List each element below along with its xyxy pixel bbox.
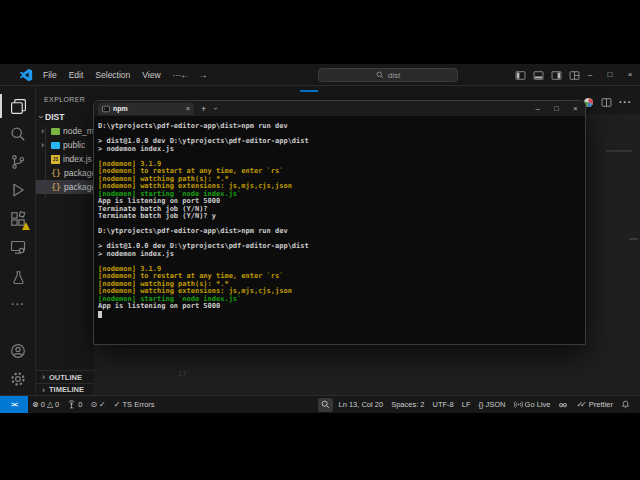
tree-item-package-lock.json[interactable]: {}package-lock.json <box>36 166 94 180</box>
close-button[interactable]: × <box>620 64 640 86</box>
tab-dropdown-icon[interactable]: › <box>211 107 220 110</box>
remote-icon: >< <box>11 401 17 408</box>
maximize-button[interactable]: □ <box>600 64 620 86</box>
new-tab-icon[interactable]: + <box>201 103 206 115</box>
terminal-line: Terminate batch job (Y/N)? y <box>98 213 585 221</box>
circle-dot-icon: ⊙ <box>90 401 97 409</box>
file-label: index.js <box>63 154 92 164</box>
chevron-right-icon: › <box>41 124 44 138</box>
toggle-sidebar-icon[interactable] <box>515 70 526 81</box>
ports-count: 0 <box>78 400 82 409</box>
terminal-close-button[interactable]: × <box>566 101 585 116</box>
eol-status[interactable]: LF <box>458 396 475 413</box>
terminal-minimize-button[interactable]: – <box>528 101 547 116</box>
language-status[interactable]: {}JSON <box>475 396 510 413</box>
broadcast-tower-icon <box>67 400 76 409</box>
problems-status[interactable]: ⊗0 △0 <box>28 396 63 413</box>
terminal-window[interactable]: npm × + › – □ × D:\ytprojects\pdf-editor… <box>93 100 586 345</box>
minimize-button[interactable]: – <box>580 64 600 86</box>
notifications-status[interactable] <box>617 396 634 413</box>
json-file-icon: {} <box>51 183 61 192</box>
prettier-status[interactable]: ✓✓ Prettier <box>572 396 617 413</box>
menu-edit[interactable]: Edit <box>63 70 90 80</box>
run-debug-icon[interactable] <box>8 180 28 200</box>
timeline-section[interactable]: › TIMELINE <box>36 383 94 395</box>
search-sidebar-icon[interactable] <box>8 124 28 144</box>
timeline-label: TIMELINE <box>49 385 84 394</box>
menu-file[interactable]: File <box>37 70 63 80</box>
terminal-line: App is listening on port 5000 <box>98 303 585 311</box>
search-value: dist <box>388 71 400 80</box>
remote-explorer-icon[interactable] <box>8 237 28 257</box>
chevron-right-icon: › <box>42 372 45 382</box>
testing-icon[interactable] <box>8 267 28 287</box>
settings-gear-icon[interactable] <box>8 369 28 389</box>
root-folder-label: DIST <box>45 112 64 122</box>
file-label: public <box>63 140 85 150</box>
tree-item-node_modules[interactable]: ›node_modules <box>36 124 94 138</box>
menu-view[interactable]: View <box>136 70 166 80</box>
go-live-status[interactable]: Go Live <box>510 396 555 413</box>
copilot-icon <box>558 400 568 410</box>
terminal-tab-bar: npm × + › – □ × <box>94 101 585 116</box>
terminal-window-controls: – □ × <box>528 101 585 116</box>
remote-indicator[interactable]: >< <box>0 396 28 413</box>
forward-arrow-icon[interactable]: → <box>198 64 208 86</box>
cursor-position-status[interactable]: Ln 13, Col 20 <box>335 396 388 413</box>
bell-icon <box>621 400 630 409</box>
terminal-line <box>98 258 585 266</box>
extensions-icon[interactable] <box>8 209 28 229</box>
search-box[interactable]: dist <box>318 68 458 82</box>
ts-errors-label: TS Errors <box>122 400 154 409</box>
desktop: FileEditSelectionView··· ← → dist – □ × <box>0 0 640 480</box>
split-editor-icon[interactable] <box>601 97 612 108</box>
window-controls: – □ × <box>580 64 640 86</box>
tab-close-icon[interactable]: × <box>186 105 190 112</box>
extensions-warning-badge <box>22 222 30 230</box>
indentation-status[interactable]: Spaces: 2 <box>387 396 428 413</box>
menu-selection[interactable]: Selection <box>89 70 136 80</box>
active-item-indicator <box>0 94 2 118</box>
feedback-status[interactable]: ⊙ ✓ <box>86 396 109 413</box>
editor-more-actions-icon[interactable]: ··· <box>619 98 632 108</box>
account-icon[interactable] <box>8 341 28 361</box>
file-tree: ›node_modules›publicJSindex.js{}package-… <box>36 124 94 202</box>
status-bar-right: Ln 13, Col 20 Spaces: 2 UTF-8 LF {}JSON … <box>318 396 640 413</box>
ports-status[interactable]: 0 <box>63 396 86 413</box>
source-control-icon[interactable] <box>8 152 28 172</box>
terminal-maximize-button[interactable]: □ <box>547 101 566 116</box>
terminal-cursor <box>98 311 102 318</box>
terminal-tab-npm[interactable]: npm × <box>98 103 194 115</box>
terminal-line: D:\ytprojects\pdf-editor-app\dist>npm ru… <box>98 228 585 236</box>
chevron-right-icon: › <box>41 138 44 152</box>
more-views-icon[interactable]: ··· <box>8 294 28 314</box>
tree-item-index.js[interactable]: JSindex.js <box>36 152 94 166</box>
copilot-status[interactable] <box>554 396 572 413</box>
tree-item-public[interactable]: ›public <box>36 138 94 152</box>
error-count: 0 <box>41 400 45 409</box>
ts-errors-status[interactable]: ✓ TS Errors <box>110 396 159 413</box>
minimap-mark <box>606 150 632 152</box>
explorer-icon[interactable] <box>8 96 28 116</box>
root-folder-row[interactable]: › DIST <box>36 110 94 123</box>
terminal-output[interactable]: D:\ytprojects\pdf-editor-app\dist>npm ru… <box>94 116 585 344</box>
titlebar: FileEditSelectionView··· ← → dist – □ × <box>0 64 640 86</box>
customize-layout-icon[interactable] <box>569 70 580 81</box>
terminal-tab-label: npm <box>113 105 183 112</box>
terminal-line <box>98 311 585 319</box>
terminal-line: D:\ytprojects\pdf-editor-app\dist>npm ru… <box>98 123 585 131</box>
toggle-panel-icon[interactable] <box>533 70 544 81</box>
zoom-status[interactable] <box>318 398 333 412</box>
go-live-icon <box>514 400 523 409</box>
cmd-icon <box>102 105 110 113</box>
toggle-secondary-sidebar-icon[interactable] <box>551 70 562 81</box>
encoding-status[interactable]: UTF-8 <box>429 396 458 413</box>
outline-section[interactable]: › OUTLINE <box>36 370 94 383</box>
active-tab-indicator <box>300 90 318 92</box>
search-icon <box>376 71 384 79</box>
json-file-icon: {} <box>51 169 61 178</box>
status-bar-left: >< ⊗0 △0 0 ⊙ ✓ ✓ TS Errors <box>0 396 159 413</box>
back-arrow-icon[interactable]: ← <box>180 64 190 86</box>
check-icon: ✓ <box>114 401 121 409</box>
tree-item-package.json[interactable]: {}package.json <box>36 180 94 194</box>
